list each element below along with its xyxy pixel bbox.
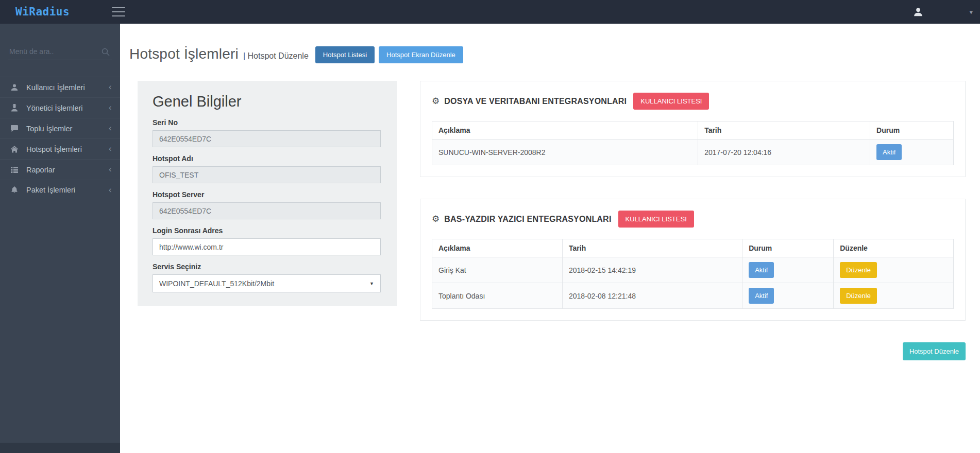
hotspot-server-label: Hotspot Server xyxy=(153,190,381,199)
sidebar-item-label: Yönetici İşlemleri xyxy=(26,104,108,112)
bas-yazdir-table: Açıklama Tarih Durum Düzenle Giriş Kat 2… xyxy=(432,239,954,309)
servis-seciniz-label: Servis Seçiniz xyxy=(153,263,381,271)
bell-icon xyxy=(10,186,19,195)
table-row: Toplantı Odası 2018-02-08 12:21:48 Aktif… xyxy=(432,283,954,309)
dosya-veritabani-panel: ⚙ DOSYA VE VERITABANI ENTEGRASYONLARI KU… xyxy=(420,81,966,177)
sidebar-item-toplu-islemler[interactable]: Toplu İşlemler ‹ xyxy=(0,118,120,138)
service-select[interactable]: WIPOINT_DEFAULT_512Kbit/2Mbit ▼ xyxy=(153,274,381,292)
table-row: SUNUCU-WIN-SERVER-2008R2 2017-07-20 12:0… xyxy=(432,140,954,165)
kullanici-listesi-button[interactable]: KULLANICI LISTESI xyxy=(618,211,694,228)
status-badge[interactable]: Aktif xyxy=(749,288,774,304)
chevron-left-icon: ‹ xyxy=(108,165,113,174)
page-subtitle: | Hotspot Düzenle xyxy=(243,51,309,61)
comment-icon xyxy=(10,124,19,133)
user-icon xyxy=(10,83,19,92)
gear-icon: ⚙ xyxy=(432,215,440,223)
login-sonrasi-adres-field[interactable] xyxy=(153,238,381,255)
sidebar-item-hotspot-islemleri[interactable]: Hotspot İşlemleri ‹ xyxy=(0,138,120,159)
page-header: Hotspot İşlemleri | Hotspot Düzenle Hots… xyxy=(120,24,980,62)
app-logo[interactable]: WiRadius xyxy=(0,6,120,18)
column-header-duzenle: Düzenle xyxy=(834,239,954,257)
sidebar-search-input[interactable] xyxy=(8,44,112,60)
hotspot-adi-label: Hotspot Adı xyxy=(153,154,381,163)
duzenle-cell: Düzenle xyxy=(834,283,954,309)
chevron-left-icon: ‹ xyxy=(108,186,113,195)
sidebar-item-kullanici-islemleri[interactable]: Kullanıcı İşlemleri ‹ xyxy=(0,77,120,97)
menu-toggle-icon[interactable] xyxy=(112,7,125,16)
column-header-aciklama: Açıklama xyxy=(432,239,563,257)
chevron-left-icon: ‹ xyxy=(108,145,113,153)
hotspot-ekran-duzenle-button[interactable]: Hotspot Ekran Düzenle xyxy=(379,46,463,63)
tarih-cell: 2018-02-15 14:42:19 xyxy=(563,257,742,283)
admin-icon xyxy=(10,103,19,112)
column-header-tarih: Tarih xyxy=(698,121,870,140)
hotspot-listesi-button[interactable]: Hotspot Listesi xyxy=(315,46,375,63)
duzenle-button[interactable]: Düzenle xyxy=(840,262,877,278)
duzenle-button[interactable]: Düzenle xyxy=(840,288,877,304)
durum-cell: Aktif xyxy=(742,283,834,309)
seri-no-field xyxy=(153,130,381,147)
integrations-column: ⚙ DOSYA VE VERITABANI ENTEGRASYONLARI KU… xyxy=(420,81,966,360)
sidebar-item-raporlar[interactable]: Raporlar ‹ xyxy=(0,159,120,180)
status-badge[interactable]: Aktif xyxy=(749,262,774,278)
column-header-durum: Durum xyxy=(742,239,834,257)
durum-cell: Aktif xyxy=(742,257,834,283)
column-header-aciklama: Açıklama xyxy=(432,121,698,140)
select-caret-icon: ▼ xyxy=(369,281,374,286)
genel-bilgiler-card: Genel Bilgiler Seri No Hotspot Adı Hotsp… xyxy=(138,81,397,306)
bas-yazdir-panel: ⚙ BAS-YAZDIR YAZICI ENTEGRASYONLARI KULL… xyxy=(420,199,966,321)
sidebar-item-paket-islemleri[interactable]: Paket İşlemleri ‹ xyxy=(0,180,120,200)
list-icon xyxy=(10,165,19,174)
tarih-cell: 2018-02-08 12:21:48 xyxy=(563,283,742,309)
kullanici-listesi-button[interactable]: KULLANICI LISTESI xyxy=(633,93,709,110)
sidebar-footer xyxy=(0,443,120,453)
sidebar-item-label: Paket İşlemleri xyxy=(26,186,108,194)
chevron-left-icon: ‹ xyxy=(108,83,113,92)
table-row: Giriş Kat 2018-02-15 14:42:19 Aktif Düze… xyxy=(432,257,954,283)
hotspot-server-field xyxy=(153,202,381,219)
sidebar-item-label: Raporlar xyxy=(26,166,108,174)
duzenle-cell: Düzenle xyxy=(834,257,954,283)
sidebar: Kullanıcı İşlemleri ‹ Yönetici İşlemleri… xyxy=(0,24,120,453)
panel-title: BAS-YAZDIR YAZICI ENTEGRASYONLARI xyxy=(444,215,611,224)
status-badge[interactable]: Aktif xyxy=(876,144,902,160)
sidebar-item-label: Toplu İşlemler xyxy=(26,125,108,133)
home-icon xyxy=(10,145,19,153)
column-header-tarih: Tarih xyxy=(563,239,742,257)
hotspot-adi-field xyxy=(153,166,381,183)
sidebar-search xyxy=(0,24,120,67)
dosya-veritabani-table: Açıklama Tarih Durum SUNUCU-WIN-SERVER-2… xyxy=(432,121,954,165)
sidebar-item-yonetici-islemleri[interactable]: Yönetici İşlemleri ‹ xyxy=(0,97,120,118)
search-icon[interactable] xyxy=(102,48,110,56)
aciklama-cell: Giriş Kat xyxy=(432,257,563,283)
service-select-value: WIPOINT_DEFAULT_512Kbit/2Mbit xyxy=(159,280,274,288)
aciklama-cell: Toplantı Odası xyxy=(432,283,563,309)
sidebar-item-label: Hotspot İşlemleri xyxy=(26,145,108,153)
topbar: WiRadius ▾ xyxy=(0,0,980,24)
card-title: Genel Bilgiler xyxy=(153,93,381,110)
durum-cell: Aktif xyxy=(870,140,954,165)
chevron-down-icon[interactable]: ▾ xyxy=(969,9,973,15)
sidebar-item-label: Kullanıcı İşlemleri xyxy=(26,83,108,92)
gear-icon: ⚙ xyxy=(432,97,440,106)
sidebar-nav: Kullanıcı İşlemleri ‹ Yönetici İşlemleri… xyxy=(0,77,120,200)
login-sonrasi-adres-label: Login Sonrası Adres xyxy=(153,226,381,235)
column-header-durum: Durum xyxy=(870,121,954,140)
page-title: Hotspot İşlemleri xyxy=(129,46,239,62)
user-account-icon[interactable] xyxy=(913,6,924,18)
tarih-cell: 2017-07-20 12:04:16 xyxy=(698,140,870,165)
app-window: WiRadius ▾ Kullanıcı İşlem xyxy=(0,0,980,453)
chevron-left-icon: ‹ xyxy=(108,124,113,133)
aciklama-cell: SUNUCU-WIN-SERVER-2008R2 xyxy=(432,140,698,165)
topbar-right: ▾ xyxy=(913,6,980,18)
chevron-left-icon: ‹ xyxy=(108,103,113,112)
main-content: Hotspot İşlemleri | Hotspot Düzenle Hots… xyxy=(120,24,980,453)
seri-no-label: Seri No xyxy=(153,118,381,127)
panel-title: DOSYA VE VERITABANI ENTEGRASYONLARI xyxy=(444,97,627,106)
hotspot-duzenle-submit-button[interactable]: Hotspot Düzenle xyxy=(903,342,966,360)
